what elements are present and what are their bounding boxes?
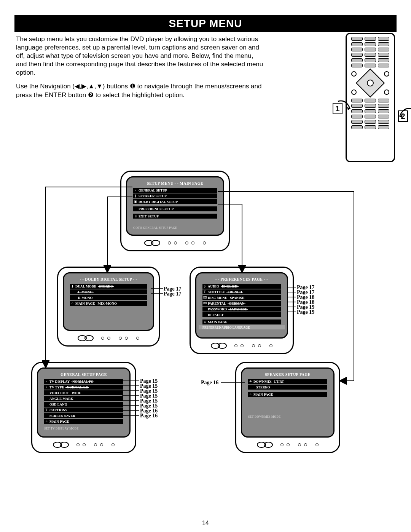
page-number: 14 (0, 520, 411, 527)
connector-lines (0, 0, 411, 532)
